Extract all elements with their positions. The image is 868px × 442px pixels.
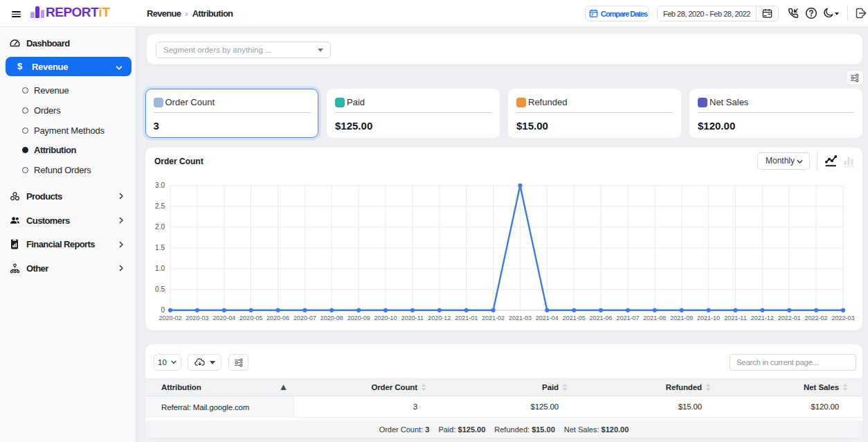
svg-text:2020-12: 2020-12 bbox=[428, 315, 451, 321]
svg-text:2020-03: 2020-03 bbox=[186, 315, 208, 321]
svg-text:2022-03: 2022-03 bbox=[831, 315, 854, 321]
svg-text:2020-10: 2020-10 bbox=[374, 315, 397, 321]
svg-text:2.0: 2.0 bbox=[155, 223, 165, 231]
svg-text:1.0: 1.0 bbox=[155, 265, 165, 272]
svg-text:2020-11: 2020-11 bbox=[401, 315, 424, 321]
svg-text:2.5: 2.5 bbox=[155, 202, 165, 210]
svg-text:2021-09: 2021-09 bbox=[670, 315, 693, 321]
svg-text:2021-01: 2021-01 bbox=[455, 315, 478, 321]
svg-text:2021-06: 2021-06 bbox=[590, 315, 613, 321]
svg-text:2020-08: 2020-08 bbox=[320, 315, 343, 321]
svg-text:2020-05: 2020-05 bbox=[239, 315, 262, 321]
svg-text:2021-03: 2021-03 bbox=[509, 315, 532, 321]
svg-text:2020-02: 2020-02 bbox=[159, 315, 181, 321]
svg-text:2020-07: 2020-07 bbox=[293, 315, 316, 321]
svg-text:2021-12: 2021-12 bbox=[751, 315, 774, 321]
svg-text:2021-05: 2021-05 bbox=[563, 315, 586, 321]
svg-text:2021-08: 2021-08 bbox=[643, 315, 666, 321]
svg-text:1.5: 1.5 bbox=[155, 244, 165, 251]
svg-text:2020-09: 2020-09 bbox=[347, 315, 370, 321]
svg-text:3.0: 3.0 bbox=[155, 182, 165, 189]
svg-text:2020-04: 2020-04 bbox=[213, 315, 235, 321]
svg-text:2022-02: 2022-02 bbox=[805, 315, 828, 321]
svg-text:2021-11: 2021-11 bbox=[724, 315, 746, 321]
svg-text:0.5: 0.5 bbox=[155, 285, 165, 293]
svg-text:2021-07: 2021-07 bbox=[616, 315, 639, 321]
svg-text:2020-06: 2020-06 bbox=[266, 315, 289, 321]
svg-text:2022-01: 2022-01 bbox=[778, 315, 801, 321]
svg-text:0: 0 bbox=[161, 306, 165, 314]
svg-text:2021-02: 2021-02 bbox=[482, 315, 505, 321]
svg-text:2021-10: 2021-10 bbox=[697, 315, 720, 321]
svg-text:2021-04: 2021-04 bbox=[536, 315, 559, 321]
